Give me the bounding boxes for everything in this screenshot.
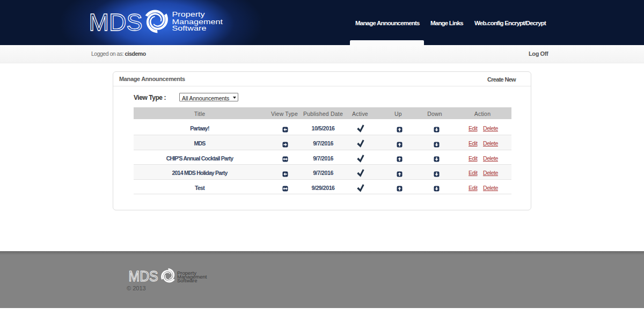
- svg-text:Software: Software: [172, 24, 207, 32]
- svg-text:MDS: MDS: [128, 269, 158, 284]
- svg-text:MDS: MDS: [89, 9, 143, 36]
- svg-text:Software: Software: [177, 277, 197, 283]
